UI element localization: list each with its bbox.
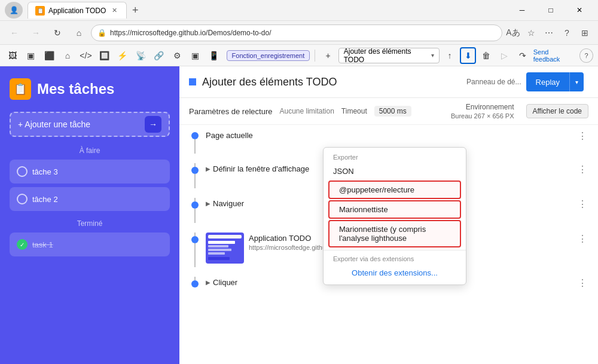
back-button[interactable]: ←: [5, 23, 24, 42]
window-controls: ─ □ ✕: [508, 1, 593, 20]
recording-selector-chevron: ▾: [431, 52, 434, 59]
recording-toolbar: 🖼 ▣ ⬛ ⌂ </> 🔲 ⚡ 📡 🔗 ⚙ ▣ 📱 Fonction_enreg…: [0, 45, 598, 66]
address-bar[interactable]: 🔒 https://microsoftedge.github.io/Demos/…: [91, 25, 502, 41]
add-task-arrow: →: [145, 116, 161, 133]
task-2-label: tâche 2: [32, 195, 58, 204]
title-bar-left: 👤: [5, 2, 23, 19]
export-section-label: Exporter: [324, 151, 466, 163]
home-button[interactable]: ⌂: [69, 23, 89, 42]
step-2-dot: [191, 167, 199, 174]
todo-app-title: Mes tâches: [37, 81, 114, 97]
nav-bar: ← → ↻ ⌂ 🔒 https://microsoftedge.github.i…: [0, 21, 598, 45]
redo-btn[interactable]: ↷: [515, 47, 531, 64]
task-checkbox-3[interactable]: [17, 166, 28, 177]
record-gear-btn[interactable]: ⚙: [169, 47, 185, 64]
replay-btn-group: Replay ▾: [526, 72, 584, 91]
sidebar-button[interactable]: ⊞: [576, 25, 593, 41]
step-2-more[interactable]: ⋮: [576, 163, 588, 175]
record-tab-btn[interactable]: ▣: [187, 47, 203, 64]
record-element-btn[interactable]: ⬛: [41, 47, 57, 64]
recording-selector-text: Ajouter des éléments TODO: [344, 47, 429, 64]
recording-status-dot: [189, 78, 196, 85]
add-task-button[interactable]: + Ajouter une tâche →: [10, 112, 170, 137]
active-tab[interactable]: 📋 Application TODO ✕: [28, 2, 127, 19]
thumb-line4: [208, 252, 225, 255]
function-badge: Fonction_enregistrement: [227, 50, 310, 61]
task-checkbox-2[interactable]: [17, 194, 28, 204]
task-3-label: tâche 3: [32, 167, 58, 176]
browser-window: 👤 📋 Application TODO ✕ + ─ □ ✕ ← → ↻ ⌂ 🔒…: [0, 0, 598, 364]
question-button[interactable]: ?: [579, 48, 593, 63]
step-1-dot: [191, 132, 199, 139]
step-1-more[interactable]: ⋮: [576, 130, 588, 142]
nav-right-buttons: Aあ ☆ ⋯ ? ⊞: [505, 25, 593, 41]
show-code-button[interactable]: Afficher le code: [526, 104, 589, 118]
step-5-expand-icon: ▶: [206, 279, 210, 286]
task-item-3[interactable]: tâche 3: [10, 160, 170, 183]
step-4-more[interactable]: ⋮: [576, 233, 588, 244]
timeout-value: 5000 ms: [374, 106, 411, 117]
step-2-title: Définir la fenêtre d'affichage: [213, 164, 309, 173]
task-item-2[interactable]: tâche 2: [10, 187, 170, 211]
step-1-title: Page actuelle: [206, 131, 253, 140]
record-home-btn[interactable]: ⌂: [60, 47, 76, 64]
puppeteer-export-item[interactable]: @puppeteer/relecture: [328, 181, 461, 199]
record-link-btn[interactable]: 🔗: [151, 47, 167, 64]
close-button[interactable]: ✕: [566, 1, 593, 20]
marionnettiste-lighthouse-item[interactable]: Marionnettiste (y compris l'analyse ligh…: [328, 220, 461, 247]
record-wifi-btn[interactable]: 📡: [133, 47, 149, 64]
json-export-item[interactable]: JSON: [324, 163, 466, 179]
step-4-line: [194, 243, 196, 267]
recording-selector[interactable]: Ajouter des éléments TODO ▾: [338, 48, 440, 63]
forward-button[interactable]: →: [26, 23, 45, 42]
move-up-btn[interactable]: ↑: [442, 47, 458, 64]
restore-button[interactable]: □: [537, 1, 565, 20]
record-device-btn[interactable]: 📱: [206, 47, 222, 64]
thumb-content: [208, 240, 242, 261]
thumb-btn: [208, 257, 230, 260]
record-emulate-btn[interactable]: 🔲: [96, 47, 112, 64]
record-code-btn[interactable]: </>: [78, 47, 94, 64]
step-3-line: [194, 209, 196, 223]
step-1-content: Page actuelle: [206, 130, 572, 140]
replay-dropdown-button[interactable]: ▾: [569, 72, 584, 91]
more-button[interactable]: ⋯: [541, 25, 557, 41]
read-aloud-button[interactable]: Aあ: [505, 25, 521, 41]
export-dropdown: Exporter JSON @puppeteer/relecture Mario…: [323, 147, 466, 285]
step-3-title: Naviguer: [213, 199, 244, 208]
todo-header: 📋 Mes tâches: [10, 78, 170, 100]
new-tab-button[interactable]: +: [127, 2, 144, 19]
send-feedback-link[interactable]: Send feedback: [533, 48, 575, 63]
tab-close-button[interactable]: ✕: [109, 6, 119, 16]
profile-button[interactable]: 👤: [5, 2, 23, 19]
todo-app-icon: 📋: [10, 78, 31, 100]
download-btn[interactable]: ⬇: [460, 47, 476, 64]
get-extensions-item[interactable]: Obtenir des extensions...: [324, 265, 466, 281]
task-done-item[interactable]: ✓ task 1: [10, 233, 170, 256]
play-btn[interactable]: ▷: [497, 47, 513, 64]
done-section: Terminé ✓ task 1: [10, 219, 170, 260]
add-step-btn[interactable]: +: [320, 47, 336, 64]
step-4-thumb-img: [206, 233, 244, 264]
help-button[interactable]: ?: [559, 25, 575, 41]
step-3-timeline: [189, 198, 201, 223]
step-5-more[interactable]: ⋮: [576, 277, 588, 289]
step-3-dot: [191, 201, 199, 209]
replay-button[interactable]: Replay: [526, 72, 569, 91]
thumb-line1: [208, 241, 235, 244]
record-screenshot-btn[interactable]: 🖼: [5, 47, 21, 64]
delete-btn[interactable]: 🗑: [478, 47, 495, 64]
favorites-button[interactable]: ☆: [523, 25, 539, 41]
record-viewport-btn[interactable]: ▣: [23, 47, 39, 64]
step-3-more[interactable]: ⋮: [576, 198, 588, 210]
marionnettiste-export-item[interactable]: Marionnettiste: [328, 200, 461, 219]
refresh-button[interactable]: ↻: [48, 23, 67, 42]
task-done-label: task 1: [32, 240, 53, 249]
task-done-checkbox[interactable]: ✓: [17, 239, 28, 250]
record-lightning-btn[interactable]: ⚡: [114, 47, 130, 64]
lock-icon: 🔒: [97, 29, 106, 37]
step-5-timeline: [189, 277, 201, 287]
minimize-button[interactable]: ─: [508, 1, 536, 20]
step-2-timeline: [189, 163, 201, 188]
title-bar: 👤 📋 Application TODO ✕ + ─ □ ✕: [0, 0, 598, 21]
